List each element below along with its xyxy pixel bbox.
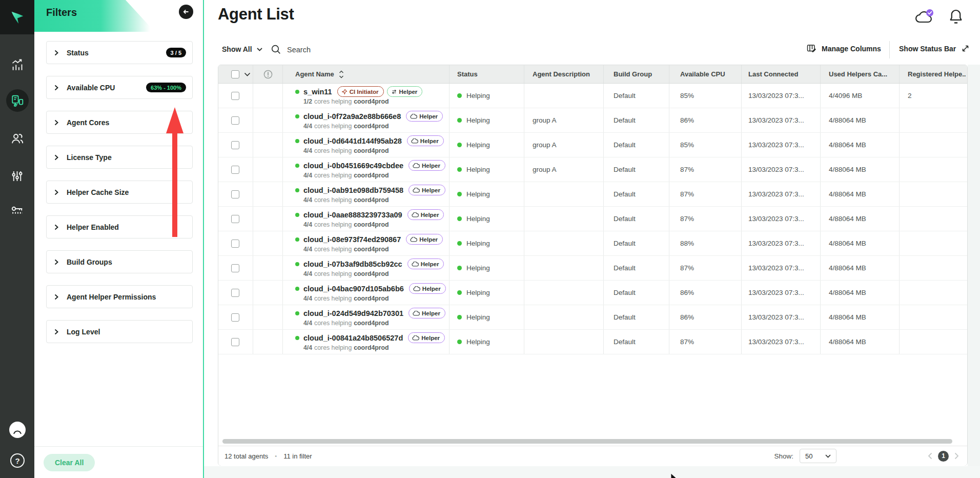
build-group-header-label: Build Group: [614, 70, 652, 78]
description-header-label: Agent Description: [533, 70, 590, 78]
table-row[interactable]: cloud_i-0aae8883239733a09 Helper 4/4core…: [218, 207, 967, 231]
description-cell: [524, 182, 604, 206]
avatar-icon: [9, 421, 26, 439]
select-menu-chevron-icon[interactable]: [244, 72, 251, 76]
filters-header: Filters: [34, 0, 203, 32]
agent-name-cell: cloud_i-0aae8883239733a09 Helper 4/4core…: [283, 207, 450, 231]
row-checkbox[interactable]: [231, 313, 239, 322]
row-checkbox[interactable]: [231, 338, 239, 346]
table-row[interactable]: cloud_i-0f72a9a2e88b666e8 Helper 4/4core…: [218, 108, 967, 133]
alerts-column-header[interactable]: [253, 65, 283, 83]
row-checkbox[interactable]: [231, 166, 239, 174]
table-row[interactable]: cloud_i-00841a24b8506527d Helper 4/4core…: [218, 330, 967, 354]
table-row[interactable]: cloud_i-0b0451669c49cbdee Helper 4/4core…: [218, 157, 967, 182]
agent-name-column-header[interactable]: Agent Name: [283, 65, 450, 83]
description-column-header[interactable]: Agent Description: [524, 65, 604, 83]
sort-icon[interactable]: [339, 70, 344, 78]
build-group-cell: Default: [604, 256, 669, 280]
last-connected-cell: 13/03/2023 07:3...: [742, 330, 821, 354]
nav-analytics[interactable]: [0, 50, 34, 79]
agent-subtitle: 4/4cores helpingcoord4prod: [303, 344, 389, 351]
table-body: s_win11 CI InitiatorHelper 1/2cores help…: [218, 84, 967, 354]
filter-item[interactable]: Build Groups: [46, 250, 193, 273]
table-row[interactable]: cloud_i-04bac907d105ab6b6 Helper 4/4core…: [218, 281, 967, 305]
app-logo[interactable]: [0, 0, 34, 34]
agent-name: cloud_i-04bac907d105ab6b6: [303, 285, 404, 293]
row-alert-cell: [253, 256, 283, 280]
table-row[interactable]: cloud_i-024d549d942b70301 Helper 4/4core…: [218, 305, 967, 330]
row-checkbox[interactable]: [231, 190, 239, 198]
description-cell: [524, 231, 604, 255]
build-group-column-header[interactable]: Build Group: [604, 65, 669, 83]
filter-item[interactable]: Available CPU 63% - 100%: [46, 76, 193, 99]
cloud-icon: [411, 138, 418, 144]
select-all-header[interactable]: [218, 65, 253, 83]
used-helpers-cell: 4/88064 MB: [821, 182, 900, 206]
manage-columns-button[interactable]: Manage Columns: [807, 44, 881, 53]
available-cpu-cell: 85%: [669, 133, 742, 157]
next-page-button[interactable]: [954, 452, 959, 460]
table-row[interactable]: s_win11 CI InitiatorHelper 1/2cores help…: [218, 84, 967, 108]
search-input[interactable]: Search: [271, 44, 311, 55]
available-cpu-cell: 87%: [669, 182, 742, 206]
filter-item[interactable]: Log Level: [46, 320, 193, 343]
used-helpers-column-header[interactable]: Used Helpers Ca...: [821, 65, 900, 83]
scrollbar-thumb[interactable]: [222, 439, 952, 444]
row-checkbox[interactable]: [231, 116, 239, 125]
notifications-button[interactable]: [948, 8, 964, 27]
table-row[interactable]: cloud_i-0ab91e098db759458 Helper 4/4core…: [218, 182, 967, 207]
registered-helpers-column-header[interactable]: Registered Helpe..: [900, 65, 967, 83]
available-cpu-cell: 87%: [669, 330, 742, 354]
build-group-cell: Default: [604, 330, 669, 354]
show-status-bar-button[interactable]: Show Status Bar: [899, 44, 970, 53]
row-checkbox[interactable]: [231, 215, 239, 223]
alert-icon: [263, 70, 273, 79]
row-checkbox[interactable]: [231, 264, 239, 272]
filter-item[interactable]: Status 3 / 5: [46, 41, 193, 64]
agent-name-cell: s_win11 CI InitiatorHelper 1/2cores help…: [283, 84, 450, 108]
page-size-select[interactable]: 50: [800, 449, 836, 463]
agent-subtitle: 4/4cores helpingcoord4prod: [303, 196, 389, 204]
row-checkbox[interactable]: [231, 289, 239, 297]
ci-initiator-badge: CI Initiator: [337, 86, 384, 97]
agent-name: cloud_i-0d6441d144f95ab28: [303, 137, 402, 145]
collapse-filters-button[interactable]: [179, 5, 193, 19]
available-cpu-column-header[interactable]: Available CPU: [669, 65, 742, 83]
nav-settings[interactable]: [0, 162, 34, 190]
agent-subtitle: 1/2cores helpingcoord4prod: [303, 98, 389, 105]
helper-badge: Helper: [408, 332, 445, 343]
clear-all-button[interactable]: Clear All: [44, 454, 95, 471]
nav-users[interactable]: [0, 124, 34, 153]
show-all-dropdown[interactable]: Show All: [222, 45, 262, 53]
table-row[interactable]: cloud_i-08e973f74ed290867 Helper 4/4core…: [218, 231, 967, 256]
row-checkbox[interactable]: [231, 141, 239, 149]
description-cell: [524, 305, 604, 329]
current-page-badge[interactable]: 1: [938, 451, 949, 462]
helper-badge: Helper: [387, 86, 423, 97]
build-group-cell: Default: [604, 207, 669, 231]
chevron-right-icon: [54, 154, 58, 161]
last-connected-cell: 13/03/2023 07:3...: [742, 207, 821, 231]
row-checkbox[interactable]: [231, 240, 239, 248]
nav-agents[interactable]: [0, 86, 34, 115]
row-checkbox[interactable]: [231, 92, 239, 100]
cloud-sync-button[interactable]: [914, 8, 935, 27]
status-column-header[interactable]: Status: [450, 65, 524, 83]
chevron-right-icon: [54, 259, 58, 265]
helper-badge: Helper: [407, 135, 444, 146]
status-label: Helping: [466, 338, 490, 346]
search-icon: [271, 44, 281, 55]
cloud-icon: [413, 286, 420, 291]
page-title: Agent List: [218, 5, 294, 24]
filter-item[interactable]: Agent Helper Permissions: [46, 285, 193, 308]
previous-page-button[interactable]: [928, 452, 932, 460]
table-row[interactable]: cloud_i-07b3af9db85cb92cc Helper 4/4core…: [218, 256, 967, 281]
nav-license[interactable]: [0, 196, 34, 225]
user-avatar-button[interactable]: [0, 415, 34, 444]
build-group-cell: Default: [604, 182, 669, 206]
manage-columns-label: Manage Columns: [822, 45, 881, 53]
help-button[interactable]: ?: [0, 446, 34, 475]
last-connected-column-header[interactable]: Last Connected: [742, 65, 821, 83]
table-row[interactable]: cloud_i-0d6441d144f95ab28 Helper 4/4core…: [218, 133, 967, 157]
select-all-checkbox[interactable]: [231, 70, 239, 78]
